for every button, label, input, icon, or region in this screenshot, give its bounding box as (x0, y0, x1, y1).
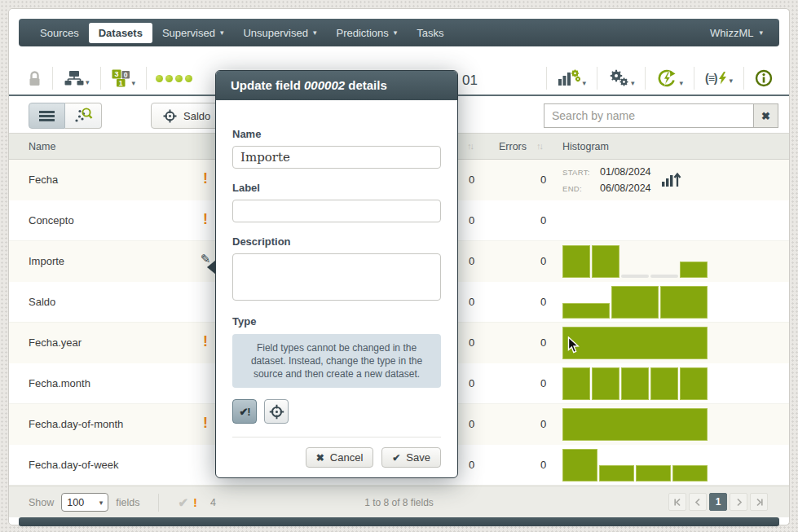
prev-page-icon (694, 498, 703, 507)
errors-count: 0 (540, 174, 546, 186)
chevron-down-icon: ▾ (394, 29, 398, 37)
histogram-bar (660, 286, 708, 319)
cancel-button[interactable]: ✖Cancel (306, 447, 374, 468)
histogram (562, 367, 709, 400)
save-button[interactable]: ✔Save (381, 447, 441, 468)
one-click-actions-button[interactable]: ▾ (655, 68, 685, 89)
missing-count: 0 (469, 377, 474, 389)
nav-item-unsupervised[interactable]: Unsupervised▾ (233, 22, 326, 44)
chevron-down-icon: ▾ (132, 79, 136, 87)
search-group: ✖ (544, 103, 778, 128)
histogram (562, 204, 709, 237)
error-indicator-icon: ! (196, 415, 214, 432)
missing-count: 0 (469, 418, 474, 430)
label-field-input[interactable] (232, 200, 441, 222)
clear-search-button[interactable]: ✖ (754, 103, 778, 128)
sort-icon: ↑↓ (467, 141, 473, 151)
column-header-name[interactable]: Name (29, 141, 55, 152)
field-name: Concepto (29, 214, 74, 226)
status-dots (156, 75, 192, 82)
chevron-down-icon: ▾ (582, 79, 586, 87)
chevron-down-icon: ▾ (759, 29, 763, 37)
field-name: Fecha.day-of-week (29, 459, 119, 471)
objective-field-button[interactable]: Saldo (151, 103, 223, 129)
histogram-bar (562, 245, 590, 278)
missing-count: 0 (469, 255, 474, 267)
dialog-field-id: 000002 (304, 78, 345, 92)
chevron-down-icon: ▾ (679, 79, 683, 87)
nav-item-sources[interactable]: Sources (30, 22, 89, 44)
objective-field-toggle[interactable] (264, 399, 289, 424)
missing-count: 0 (469, 336, 474, 349)
nav-item-supervised[interactable]: Supervised▾ (152, 22, 234, 44)
tree-icon (64, 70, 84, 86)
nav-label: Sources (40, 27, 79, 39)
divider (146, 67, 147, 90)
histogram-bar (562, 303, 610, 319)
objective-field-label: Saldo (183, 110, 210, 122)
first-page-button[interactable] (668, 493, 686, 511)
histogram-bar (621, 367, 649, 400)
histogram-bar (562, 327, 708, 359)
scriptify-button[interactable]: (≡) ▾ (703, 70, 734, 86)
chart-gears-icon (558, 69, 580, 87)
pagination: 1 (668, 493, 768, 511)
histogram-bar (650, 367, 678, 400)
green-dot-icon (185, 75, 192, 82)
current-page-button[interactable]: 1 (709, 493, 727, 511)
histogram-bar (562, 367, 590, 400)
lock-icon (28, 70, 42, 87)
check-icon: ✔ (392, 452, 400, 464)
histogram-bar (650, 275, 678, 278)
type-section-label: Type (232, 315, 441, 328)
prev-page-button[interactable] (689, 493, 707, 511)
last-page-button[interactable] (750, 493, 768, 511)
whizzml-eq-icon: (≡) (705, 72, 717, 85)
field-name: Importe (29, 255, 64, 267)
histogram-bar (672, 465, 708, 481)
visualize-button[interactable]: ▾ (556, 68, 588, 89)
histogram-bar (636, 465, 671, 481)
search-input[interactable] (544, 103, 754, 128)
close-icon: ✖ (761, 110, 770, 122)
green-dot-icon (175, 75, 183, 82)
datetime-chart-icon (661, 171, 681, 189)
name-field-label: Name (232, 128, 441, 140)
errors-count: 0 (540, 418, 546, 430)
dialog-pointer-arrow (207, 260, 216, 275)
type-buttons: ✔! (232, 399, 441, 424)
preferred-field-toggle[interactable]: ✔! (232, 399, 257, 424)
next-page-button[interactable] (730, 493, 747, 511)
datetime-range: START:01/08/2024END:06/08/2024 (562, 164, 651, 196)
errors-count: 0 (540, 336, 546, 349)
list-view-button[interactable] (29, 103, 65, 129)
nav-item-datasets[interactable]: Datasets (89, 23, 152, 43)
nav-label: Supervised (162, 27, 215, 39)
start-label: START: (562, 165, 600, 180)
histogram-bar (592, 245, 619, 278)
info-button[interactable] (753, 68, 774, 89)
divider (52, 67, 53, 90)
sort-icon: ↑↓ (536, 141, 542, 151)
column-header-errors[interactable]: Errors (499, 141, 527, 152)
nav-item-whizzml[interactable]: WhizzML▾ (705, 22, 768, 44)
errors-count: 0 (540, 459, 546, 471)
name-field-input[interactable] (232, 146, 441, 169)
nav-label: Datasets (99, 27, 143, 39)
scatter-view-button[interactable] (65, 103, 102, 129)
svg-text:1: 1 (118, 79, 122, 87)
type-info-message: Field types cannot be changed in the dat… (232, 334, 441, 388)
divider (100, 67, 101, 90)
nav-item-tasks[interactable]: Tasks (407, 22, 453, 44)
bolt-icon (718, 72, 727, 85)
histogram (562, 327, 709, 359)
model-actions-button[interactable]: ▾ (62, 68, 91, 88)
privacy-lock-button[interactable] (26, 68, 43, 89)
configure-button[interactable]: ▾ (606, 68, 637, 89)
content-card: Sources Datasets Supervised▾ Unsupervise… (8, 8, 790, 525)
field-name: Saldo (29, 296, 55, 308)
top-navbar: Sources Datasets Supervised▾ Unsupervise… (19, 19, 779, 46)
description-field-textarea[interactable] (232, 253, 441, 301)
nav-item-predictions[interactable]: Predictions▾ (327, 22, 408, 44)
dataset-fields-button[interactable]: 301 ▾ (110, 68, 138, 89)
